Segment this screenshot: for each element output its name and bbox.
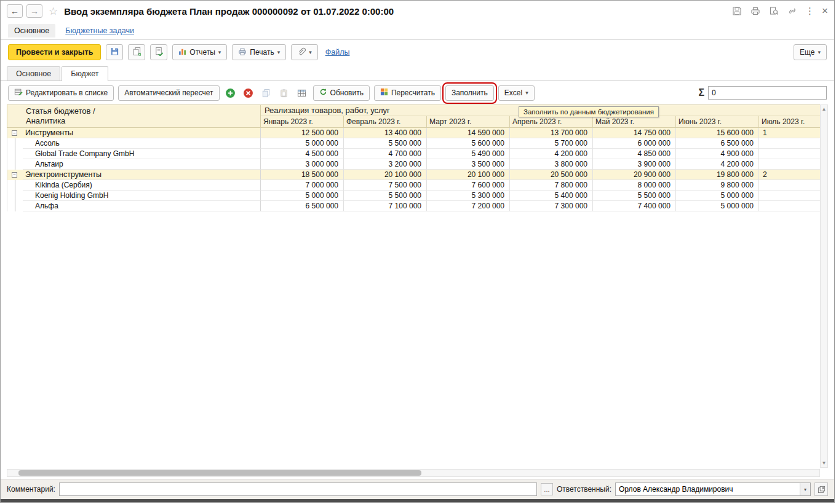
table-row[interactable]: Kikinda (Сербия)7 000 0007 500 0007 600 … <box>7 180 820 191</box>
month-header-cell[interactable]: Март 2023 г. <box>427 116 510 128</box>
cell-value[interactable]: 5 490 000 <box>427 149 510 159</box>
table-settings-button[interactable] <box>295 86 309 100</box>
print-icon[interactable] <box>750 6 761 17</box>
cell-value[interactable]: 1 <box>759 128 820 138</box>
excel-dropdown[interactable]: Excel ▾ <box>498 85 535 101</box>
tab-budget[interactable]: Бюджет <box>62 66 108 81</box>
favorite-star-icon[interactable]: ☆ <box>49 5 58 18</box>
cell-value[interactable]: 6 500 000 <box>261 201 344 211</box>
table-row[interactable]: −Электроинструменты18 500 00020 100 0002… <box>7 170 820 180</box>
cell-value[interactable]: 3 900 000 <box>593 159 676 170</box>
cell-value[interactable]: 7 300 000 <box>510 201 593 211</box>
cell-value[interactable]: 6 500 000 <box>676 138 759 149</box>
paste-rows-button[interactable] <box>277 86 291 100</box>
table-row[interactable]: Global Trade Company GmbH4 500 0004 700 … <box>7 149 820 159</box>
cell-value[interactable]: 5 000 000 <box>261 191 344 201</box>
cell-value[interactable]: 12 500 000 <box>261 128 344 138</box>
cell-value[interactable]: 6 000 000 <box>593 138 676 149</box>
cell-value[interactable]: 3 000 000 <box>261 159 344 170</box>
sum-field[interactable] <box>708 86 827 100</box>
delete-row-button[interactable] <box>242 86 255 100</box>
column-header-articles[interactable]: Статья бюджетов / Аналитика <box>7 104 261 128</box>
cell-value[interactable] <box>759 149 820 159</box>
cell-value[interactable]: 4 200 000 <box>510 149 593 159</box>
copy-button[interactable] <box>128 44 145 60</box>
month-header-cell[interactable]: Январь 2023 г. <box>261 116 344 128</box>
post-document-button[interactable] <box>150 44 167 60</box>
auto-recalc-button[interactable]: Автоматический пересчет <box>118 85 219 101</box>
cell-value[interactable]: 3 800 000 <box>510 159 593 170</box>
close-icon[interactable]: × <box>822 5 828 17</box>
cell-value[interactable]: 14 590 000 <box>427 128 510 138</box>
collapse-icon[interactable]: − <box>12 130 17 136</box>
cell-value[interactable]: 20 900 000 <box>593 170 676 180</box>
table-row[interactable]: Альтаир3 000 0003 200 0003 500 0003 800 … <box>7 159 820 170</box>
reports-dropdown[interactable]: Отчеты ▾ <box>172 44 227 60</box>
recalculate-button[interactable]: Пересчитать <box>374 85 441 101</box>
cell-value[interactable]: 13 400 000 <box>344 128 427 138</box>
month-header-cell[interactable]: Июль 2023 г. <box>759 116 820 128</box>
responsible-input[interactable] <box>616 483 800 495</box>
cell-value[interactable]: 5 500 000 <box>344 138 427 149</box>
print-dropdown[interactable]: Печать ▾ <box>232 44 286 60</box>
more-menu-icon[interactable]: ⋮ <box>805 6 814 17</box>
cell-value[interactable]: 5 600 000 <box>427 138 510 149</box>
month-header-cell[interactable]: Май 2023 г. <box>593 116 676 128</box>
month-header-cell[interactable]: Апрель 2023 г. <box>510 116 593 128</box>
post-and-close-button[interactable]: Провести и закрыть <box>8 44 101 60</box>
cell-value[interactable]: 3 200 000 <box>344 159 427 170</box>
files-link[interactable]: Файлы <box>325 48 350 57</box>
cell-value[interactable] <box>759 180 820 191</box>
table-row[interactable]: −Инструменты12 500 00013 400 00014 590 0… <box>7 128 820 138</box>
edit-in-list-button[interactable]: Редактировать в списке <box>8 85 114 101</box>
cell-value[interactable]: 9 800 000 <box>676 180 759 191</box>
tab-main[interactable]: Основное <box>7 66 60 81</box>
forward-button[interactable]: → <box>26 4 42 18</box>
cell-value[interactable]: 5 500 000 <box>593 191 676 201</box>
cell-value[interactable]: 5 000 000 <box>676 191 759 201</box>
scrollbar-thumb[interactable] <box>18 470 421 476</box>
cell-value[interactable]: 20 500 000 <box>510 170 593 180</box>
cell-value[interactable]: 5 400 000 <box>510 191 593 201</box>
cell-value[interactable]: 7 600 000 <box>427 180 510 191</box>
cell-value[interactable] <box>759 201 820 211</box>
cell-value[interactable]: 5 300 000 <box>427 191 510 201</box>
table-row[interactable]: Ассоль5 000 0005 500 0005 600 0005 700 0… <box>7 138 820 149</box>
cell-value[interactable]: 8 000 000 <box>593 180 676 191</box>
attachments-dropdown[interactable]: ▾ <box>291 44 318 60</box>
cell-value[interactable]: 5 000 000 <box>261 138 344 149</box>
collapse-icon[interactable]: − <box>12 172 17 178</box>
cell-value[interactable]: 15 600 000 <box>676 128 759 138</box>
cell-value[interactable]: 4 850 000 <box>593 149 676 159</box>
cell-value[interactable]: 4 500 000 <box>261 149 344 159</box>
cell-value[interactable]: 18 500 000 <box>261 170 344 180</box>
comment-input[interactable] <box>59 482 537 496</box>
nav-link-budget-tasks[interactable]: Бюджетные задачи <box>65 26 134 35</box>
cell-value[interactable]: 7 200 000 <box>427 201 510 211</box>
scroll-up-icon[interactable]: ▲ <box>822 105 827 113</box>
cell-value[interactable]: 14 750 000 <box>593 128 676 138</box>
cell-value[interactable]: 4 200 000 <box>676 159 759 170</box>
cell-value[interactable]: 20 100 000 <box>344 170 427 180</box>
cell-value[interactable]: 19 800 000 <box>676 170 759 180</box>
cell-value[interactable]: 5 500 000 <box>344 191 427 201</box>
cell-value[interactable]: 4 700 000 <box>344 149 427 159</box>
cell-value[interactable]: 7 800 000 <box>510 180 593 191</box>
cell-value[interactable]: 13 700 000 <box>510 128 593 138</box>
cell-value[interactable]: 2 <box>759 170 820 180</box>
responsible-dropdown-button[interactable]: ▾ <box>800 483 810 495</box>
fill-button[interactable]: Заполнить <box>445 85 494 101</box>
cell-value[interactable]: 4 900 000 <box>676 149 759 159</box>
refresh-button[interactable]: Обновить <box>313 85 370 101</box>
cell-value[interactable]: 7 000 000 <box>261 180 344 191</box>
cell-value[interactable]: 7 500 000 <box>344 180 427 191</box>
back-button[interactable]: ← <box>7 4 23 18</box>
scroll-down-icon[interactable]: ▼ <box>822 459 827 467</box>
cell-value[interactable] <box>759 159 820 170</box>
open-responsible-button[interactable] <box>814 482 828 496</box>
save-icon[interactable] <box>731 6 742 17</box>
cell-value[interactable]: 5 700 000 <box>510 138 593 149</box>
more-button[interactable]: Еще ▾ <box>794 44 827 60</box>
save-button[interactable] <box>106 44 123 60</box>
cell-value[interactable]: 20 100 000 <box>427 170 510 180</box>
